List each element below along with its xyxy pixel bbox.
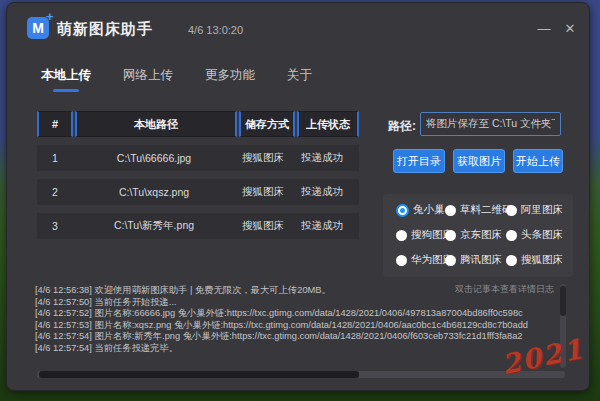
tab-label: 本地上传 [41,68,91,82]
tab-about[interactable]: 关于 [283,65,316,94]
cell-index: 2 [37,179,73,205]
radio-sohu-imagehost[interactable]: 搜狐图床 [506,253,563,267]
tab-label: 关于 [287,68,312,82]
radio-icon [506,205,517,216]
radio-icon [506,255,517,266]
radio-icon [445,205,456,216]
radio-jd-imagehost[interactable]: 京东图床 [445,228,502,242]
minimize-button[interactable]: — [535,19,553,37]
radio-toutiao-imagehost[interactable]: 头条图床 [506,228,563,242]
horizontal-scrollbar-thumb[interactable] [39,371,359,378]
open-directory-button[interactable]: 打开目录 [393,149,445,173]
radio-ali-imagehost[interactable]: 阿里图床 [506,203,563,217]
radio-selected-icon [396,204,409,217]
header-local-path: 本地路径 [75,111,237,137]
cell-upload-status: 投递成功 [291,145,353,171]
radio-icon [396,255,407,266]
log-line: [4/6 12:57:54] 当前任务投递完毕。 [35,343,559,355]
cell-local-path: C:\Tu\66666.jpg [73,145,235,171]
app-window: M + 萌新图床助手 4/6 13:0:20 — ✕ 本地上传 网络上传 更多功… [6,2,590,391]
table-row[interactable]: 3 C:\Tu\新秀年.png 搜狐图床 投递成功 [37,213,359,239]
path-label: 路径: [388,118,416,135]
app-title: 萌新图床助手 [57,20,153,39]
logo-plus-icon: + [46,9,54,24]
radio-icon [445,230,456,241]
log-line: [4/6 12:57:50] 当前任务开始投递... [35,297,559,309]
header-upload-status: 上传状态 [297,111,359,137]
cell-storage-method: 搜狐图床 [235,213,291,239]
radio-icon [506,230,517,241]
radio-icon [445,255,456,266]
cell-index: 3 [37,213,73,239]
active-tab-underline [53,89,79,92]
vertical-scrollbar-thumb[interactable] [560,286,566,316]
log-console[interactable]: [4/6 12:56:38] 欢迎使用萌新图床助手 | 免费无限次，最大可上传2… [35,285,559,361]
log-line: [4/6 12:56:38] 欢迎使用萌新图床助手 | 免费无限次，最大可上传2… [35,285,559,297]
tab-network-upload[interactable]: 网络上传 [119,65,177,94]
save-path-input[interactable] [420,112,561,136]
close-button[interactable]: ✕ [561,19,579,37]
radio-icon [396,230,407,241]
header-storage-method: 储存方式 [239,111,295,137]
tab-label: 网络上传 [123,68,173,82]
log-line: [4/6 12:57:54] 图片名称:新秀年.png 兔小巢外链:https:… [35,331,559,343]
image-host-radio-group: 兔小巢 草料二维码 阿里图床 搜狗图床 京东图床 头条图床 华为图床 腾讯图床 [383,194,573,277]
clock-text: 4/6 13:0:20 [188,24,243,36]
cell-index: 1 [37,145,73,171]
cell-upload-status: 投递成功 [291,179,353,205]
cell-local-path: C:\Tu\新秀年.png [73,213,235,239]
header-index: # [37,111,73,137]
tab-local-upload[interactable]: 本地上传 [37,65,95,94]
get-images-button[interactable]: 获取图片 [453,149,505,173]
upload-file-table: # 本地路径 储存方式 上传状态 1 C:\Tu\66666.jpg 搜狐图床 … [37,111,359,239]
table-row[interactable]: 2 C:\Tu\xqsz.png 搜狐图床 投递成功 [37,179,359,205]
table-header-row: # 本地路径 储存方式 上传状态 [37,111,359,137]
table-row[interactable]: 1 C:\Tu\66666.jpg 搜狐图床 投递成功 [37,145,359,171]
log-line: [4/6 12:57:53] 图片名称:xqsz.png 兔小巢外链:https… [35,320,559,332]
cell-storage-method: 搜狐图床 [235,145,291,171]
radio-tuxiaochao[interactable]: 兔小巢 [396,203,445,217]
radio-tencent-imagehost[interactable]: 腾讯图床 [445,253,502,267]
cell-upload-status: 投递成功 [291,213,353,239]
tab-label: 更多功能 [205,68,255,82]
radio-caoliao-qrcode[interactable]: 草料二维码 [445,203,513,217]
cell-local-path: C:\Tu\xqsz.png [73,179,235,205]
log-line: [4/6 12:57:52] 图片名称:66666.jpg 兔小巢外链:http… [35,308,559,320]
log-horizontal-scrollbar[interactable] [37,371,565,378]
tab-more-features[interactable]: 更多功能 [201,65,259,94]
start-upload-button[interactable]: 开始上传 [513,149,563,173]
cell-storage-method: 搜狐图床 [235,179,291,205]
tab-bar: 本地上传 网络上传 更多功能 关于 [37,65,340,94]
